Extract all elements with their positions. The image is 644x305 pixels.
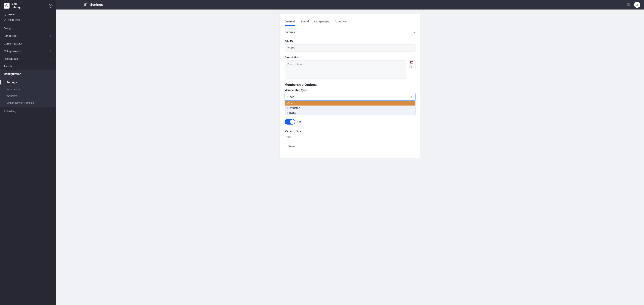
svg-point-18 [636, 3, 638, 5]
nav-label: Recycle Bin [4, 57, 18, 60]
nav-site-builder[interactable]: Site Builder [0, 32, 56, 40]
nav-configuration-subnav: Settings Redirection Workflow Mobile Dev… [0, 78, 56, 107]
membership-type-dropdown: Open Restricted Private [284, 101, 416, 115]
membership-type-label: Membership Type [284, 89, 416, 92]
nav-configuration[interactable]: Configuration [0, 70, 56, 78]
sidebar-compass-button[interactable] [48, 3, 53, 8]
apps-grid-icon [627, 3, 630, 6]
page-tree-link[interactable]: Page Tree [0, 17, 56, 22]
membership-type-select[interactable]: Open [284, 93, 416, 101]
nav-label: Categorization [4, 50, 21, 53]
membership-option-restricted[interactable]: Restricted [285, 105, 415, 110]
parent-site-value: None [284, 135, 416, 138]
nav-categorization[interactable]: Categorization [0, 47, 56, 55]
tab-languages[interactable]: Languages [314, 19, 329, 26]
subnav-mobile-device-families[interactable]: Mobile Device Families [0, 99, 56, 106]
chevron-right-icon [50, 27, 52, 30]
description-input[interactable] [284, 60, 406, 79]
nav-label: Design [4, 27, 12, 30]
svg-rect-5 [4, 20, 4, 20]
site-id-input[interactable] [284, 44, 416, 52]
nav-label: Site Builder [4, 34, 18, 37]
site-id-label: Site ID [284, 40, 416, 43]
subnav-label: Redirection [6, 88, 20, 91]
parent-site-title: Parent Site [284, 129, 416, 133]
user-avatar[interactable] [634, 2, 640, 8]
nav-label: Content & Data [4, 42, 22, 45]
membership-type-value: Open [288, 95, 294, 98]
chevron-right-icon [50, 110, 52, 113]
site-logo[interactable] [4, 3, 10, 8]
site-label: Site [12, 2, 46, 6]
main: Settings General Social [56, 0, 644, 305]
svg-point-14 [629, 4, 630, 5]
details-title: DETAILS [284, 31, 296, 34]
subnav-workflow[interactable]: Workflow [0, 93, 56, 99]
chevron-down-icon [413, 31, 416, 34]
sidebar: Site Liferay Home [0, 0, 56, 305]
subnav-label: Workflow [6, 94, 17, 98]
membership-option-private[interactable]: Private [285, 110, 415, 115]
subnav-settings[interactable]: Settings [0, 79, 56, 86]
nav-people[interactable]: People [0, 62, 56, 70]
chevron-right-icon [50, 50, 52, 52]
nav-label: Configuration [4, 72, 21, 75]
compass-icon [5, 4, 8, 7]
lang-code: en-US [409, 64, 414, 68]
apps-button[interactable] [625, 2, 632, 8]
sidebar-header: Site Liferay [0, 0, 56, 11]
panel-icon[interactable] [84, 3, 88, 6]
tab-advanced[interactable]: Advanced [335, 19, 348, 26]
nav-publishing[interactable]: Publishing [0, 107, 56, 115]
description-field: Description en-US [284, 56, 416, 79]
nav-label: Publishing [4, 110, 16, 113]
svg-point-16 [628, 5, 628, 6]
manual-membership-toggle[interactable] [284, 119, 295, 125]
compass-icon [48, 3, 53, 8]
site-title: Site Liferay [12, 2, 46, 9]
chevron-right-icon [50, 57, 52, 60]
content[interactable]: General Social Languages Advanced DETAIL… [56, 9, 644, 305]
chevron-right-icon [50, 35, 52, 37]
subnav-redirection[interactable]: Redirection [0, 86, 56, 93]
tree-icon [4, 18, 6, 21]
topbar: Settings [56, 0, 644, 9]
page-title: Settings [90, 3, 103, 7]
language-selector[interactable]: en-US [408, 60, 415, 69]
svg-point-15 [627, 5, 628, 6]
toggle-knob [290, 119, 295, 124]
subnav-label: Settings [6, 81, 17, 84]
svg-marker-1 [6, 5, 7, 6]
nav-recycle-bin[interactable]: Recycle Bin [0, 55, 56, 62]
page-tree-label: Page Tree [8, 18, 20, 21]
nav-design[interactable]: Design [0, 24, 56, 32]
chevron-down-icon [50, 73, 52, 75]
subnav-label: Mobile Device Families [6, 101, 34, 104]
svg-rect-4 [4, 19, 4, 19]
toggle-row: YES [284, 119, 416, 125]
membership-options-title: Membership Options [284, 83, 416, 87]
tab-social[interactable]: Social [300, 19, 309, 26]
svg-point-12 [627, 4, 628, 5]
home-icon [4, 13, 6, 16]
flag-us-icon [410, 61, 413, 64]
quick-links: Home Page Tree [0, 11, 56, 23]
sidebar-nav: Design Site Builder Content & Data Categ… [0, 23, 56, 115]
toggle-value: YES [297, 120, 302, 123]
svg-rect-7 [84, 3, 87, 6]
home-label: Home [8, 13, 15, 16]
membership-type-field: Membership Type Open Open Restricted Pri… [284, 89, 416, 101]
membership-option-open[interactable]: Open [285, 101, 415, 105]
nav-content-data[interactable]: Content & Data [0, 40, 56, 47]
user-icon [636, 3, 639, 6]
site-name: Liferay [12, 6, 46, 9]
settings-tabs: General Social Languages Advanced [284, 19, 416, 26]
tab-general[interactable]: General [284, 19, 295, 26]
svg-rect-6 [6, 19, 6, 20]
svg-point-11 [629, 3, 630, 4]
home-link[interactable]: Home [0, 12, 56, 17]
details-section-header[interactable]: DETAILS [284, 29, 416, 36]
select-parent-button[interactable]: Select [284, 143, 300, 150]
nav-label: People [4, 65, 12, 68]
settings-card: General Social Languages Advanced DETAIL… [280, 14, 420, 158]
